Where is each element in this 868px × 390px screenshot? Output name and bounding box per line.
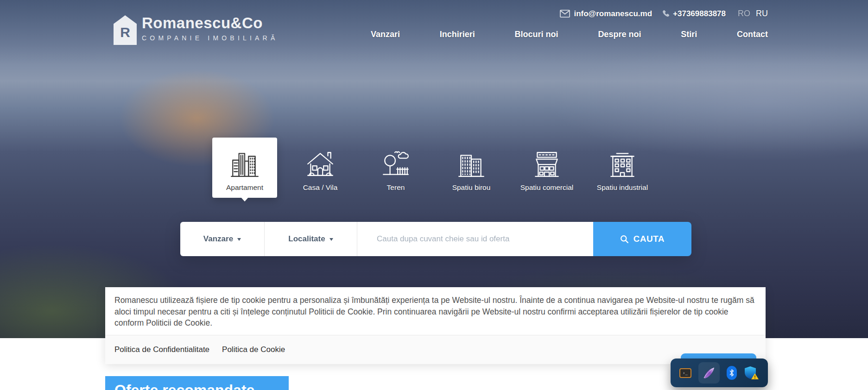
locality-value: Localitate — [288, 234, 325, 244]
os-dock: ›_ — [671, 359, 768, 387]
nav-item-stiri[interactable]: Stiri — [681, 30, 697, 39]
lang-ro[interactable]: RO — [738, 9, 750, 19]
section-title: Oferte recomandate — [114, 382, 254, 390]
tab-spatiu-birou[interactable]: Spatiu birou — [439, 138, 504, 198]
industrial-icon — [607, 141, 638, 179]
tab-label: Spatiu industrial — [597, 183, 648, 192]
feather-app-tile[interactable] — [698, 362, 720, 384]
tab-apartament[interactable]: Apartament — [212, 138, 277, 198]
logo-house-icon: R — [114, 15, 137, 45]
feather-icon — [702, 366, 716, 380]
apartment-icon — [229, 141, 260, 179]
logo[interactable]: R Romanescu&Co COMPANIE IMOBILIARĂ — [114, 15, 278, 45]
tab-spatiu-comercial[interactable]: Spatiu comercial — [514, 138, 579, 198]
phone-link[interactable]: +37369883878 — [661, 9, 726, 19]
privacy-policy-link[interactable]: Politica de Confidentialitate — [114, 345, 209, 354]
nav-item-contact[interactable]: Contact — [737, 30, 768, 39]
cookie-banner: Romanescu utilizează fișiere de tip cook… — [105, 287, 766, 364]
section-title-banner: Oferte recomandate — [105, 376, 289, 390]
property-search-bar: Vanzare Localitate CAUTA — [180, 222, 691, 256]
tab-label: Spatiu birou — [452, 183, 491, 192]
cookie-policy-link[interactable]: Politica de Cookie — [222, 345, 285, 354]
tab-label: Spatiu comercial — [520, 183, 574, 192]
search-button[interactable]: CAUTA — [593, 222, 691, 256]
cookie-message: Romanescu utilizează fișiere de tip cook… — [105, 287, 766, 335]
tab-spatiu-industrial[interactable]: Spatiu industrial — [590, 138, 655, 198]
property-type-tabs: Apartament Casa / Vila — [212, 138, 665, 198]
locality-dropdown[interactable]: Localitate — [265, 222, 357, 256]
envelope-icon — [560, 10, 570, 18]
terminal-icon[interactable]: ›_ — [679, 368, 691, 378]
chevron-down-icon — [237, 238, 241, 243]
house-icon — [305, 141, 336, 179]
keyword-search-input[interactable] — [357, 234, 593, 244]
search-bar-body: Vanzare Localitate — [180, 222, 593, 256]
logo-initial: R — [120, 25, 130, 39]
commercial-icon — [532, 141, 562, 179]
page: R Romanescu&Co COMPANIE IMOBILIARĂ info@… — [0, 0, 868, 390]
header-contact-row: info@romanescu.md +37369883878 RO RU — [560, 9, 768, 19]
land-icon — [380, 141, 411, 179]
chevron-down-icon — [329, 238, 333, 243]
logo-tagline: COMPANIE IMOBILIARĂ — [142, 34, 278, 42]
deal-type-dropdown[interactable]: Vanzare — [180, 222, 264, 256]
email-link[interactable]: info@romanescu.md — [560, 9, 652, 19]
nav-item-inchirieri[interactable]: Inchirieri — [440, 30, 475, 39]
nav-item-blocuri-noi[interactable]: Blocuri noi — [515, 30, 558, 39]
tab-label: Apartament — [226, 183, 263, 192]
email-text: info@romanescu.md — [574, 9, 652, 19]
main-nav: Vanzari Inchirieri Blocuri noi Despre no… — [371, 30, 768, 39]
tab-casa-vila[interactable]: Casa / Vila — [288, 138, 353, 198]
bluetooth-icon[interactable] — [727, 366, 737, 380]
search-icon — [620, 235, 629, 244]
cookie-footer: Politica de Confidentialitate Politica d… — [105, 335, 766, 364]
phone-icon — [661, 10, 669, 18]
language-switcher: RO RU — [738, 9, 768, 19]
search-button-label: CAUTA — [634, 234, 665, 244]
logo-name: Romanescu&Co — [142, 15, 278, 31]
nav-item-despre-noi[interactable]: Despre noi — [598, 30, 641, 39]
nav-item-vanzari[interactable]: Vanzari — [371, 30, 400, 39]
office-icon — [456, 141, 487, 179]
tab-teren[interactable]: Teren — [363, 138, 428, 198]
deal-type-value: Vanzare — [203, 234, 233, 244]
tab-label: Casa / Vila — [303, 183, 338, 192]
phone-text: +37369883878 — [673, 9, 726, 19]
shield-warning-icon[interactable] — [744, 365, 760, 380]
lang-ru[interactable]: RU — [756, 9, 768, 19]
tab-label: Teren — [387, 183, 405, 192]
